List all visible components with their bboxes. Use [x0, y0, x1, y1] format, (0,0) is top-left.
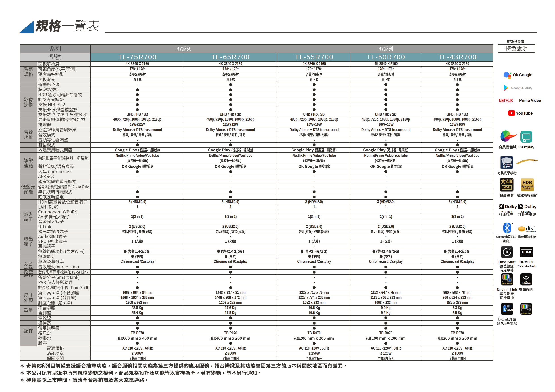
svg-text:Dolby: Dolby	[524, 204, 537, 209]
svg-text:CHIMEI: CHIMEI	[505, 164, 511, 166]
svg-text:240: 240	[533, 159, 536, 162]
svg-text:HIGH-DEFINITION MULTIMEDIA INT: HIGH-DEFINITION MULTIMEDIA INTERFACE	[518, 255, 535, 256]
svg-text:TruSurround: TruSurround	[526, 231, 536, 232]
svg-text:2.4G/5G: 2.4G/5G	[522, 282, 531, 284]
svg-text:SVS: SVS	[529, 309, 531, 310]
svg-text:HDR: HDR	[523, 180, 532, 185]
svg-text:LINK: LINK	[507, 308, 513, 312]
svg-text:HDMI: HDMI	[522, 250, 531, 254]
svg-text:NO.1: NO.1	[503, 166, 507, 168]
svg-text:DEVICE LINK: DEVICE LINK	[502, 283, 512, 285]
svg-text:AUDIO LINK: AUDIO LINK	[521, 312, 531, 314]
svg-text:Dolby: Dolby	[505, 204, 517, 209]
svg-text:Range: Range	[524, 187, 530, 190]
svg-text:High-Dynamic: High-Dynamic	[521, 185, 533, 187]
svg-text:U: U	[504, 308, 507, 312]
svg-text:AMP: AMP	[529, 305, 531, 307]
